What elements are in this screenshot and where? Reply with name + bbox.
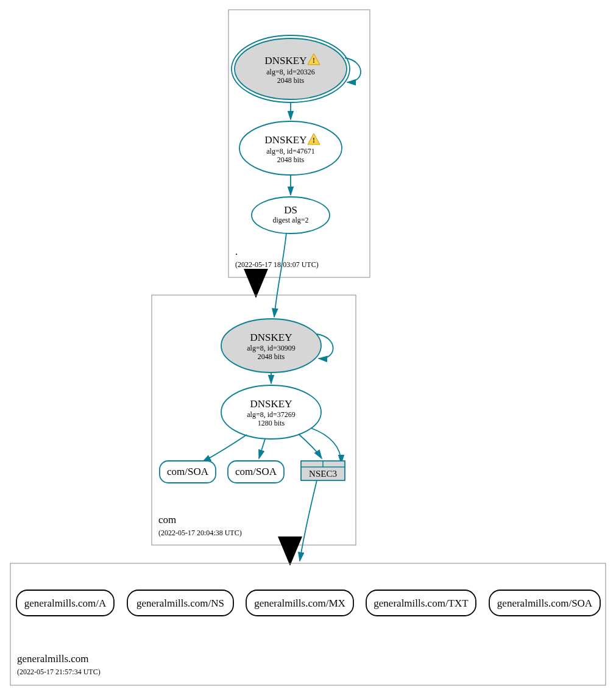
com-soa2-label: com/SOA (235, 466, 277, 477)
svg-text:DNSKEY: DNSKEY (265, 55, 307, 66)
edge-zsk-soa2 (259, 439, 265, 458)
edge-nsec3-leaf (300, 480, 317, 561)
com-zsk-l1: alg=8, id=37269 (247, 410, 296, 419)
com-zsk-l2: 1280 bits (258, 419, 285, 427)
leaf-a-node[interactable]: generalmills.com/A (16, 590, 114, 616)
leaf-a-label: generalmills.com/A (24, 597, 107, 609)
root-ksk-l1: alg=8, id=20326 (266, 68, 315, 76)
edge-zsk-nsec3 (299, 434, 322, 458)
svg-rect-17 (10, 563, 606, 685)
root-zsk-l2: 2048 bits (277, 155, 305, 164)
svg-text:DNSKEY: DNSKEY (265, 134, 307, 146)
dnssec-graph: . (2022-05-17 18:03:07 UTC) DNSKEY ! alg… (0, 0, 616, 695)
com-ksk-l1: alg=8, id=30909 (247, 344, 296, 352)
com-zsk-node[interactable]: DNSKEY alg=8, id=37269 1280 bits (221, 385, 321, 439)
com-soa1-node[interactable]: com/SOA (160, 461, 216, 483)
root-zsk-title: DNSKEY (265, 134, 307, 146)
leaf-ns-node[interactable]: generalmills.com/NS (127, 590, 233, 616)
edge-zsk-nsec3b (311, 428, 341, 463)
zone-root-name: . (235, 246, 238, 257)
leaf-soa-node[interactable]: generalmills.com/SOA (489, 590, 600, 616)
zone-com-ts: (2022-05-17 20:04:38 UTC) (158, 529, 242, 537)
svg-text:!: ! (313, 55, 315, 65)
root-zsk-node[interactable]: DNSKEY ! alg=8, id=47671 2048 bits (239, 121, 342, 175)
zone-leaf: generalmills.com (2022-05-17 21:57:34 UT… (10, 563, 606, 685)
com-zsk-title: DNSKEY (250, 398, 292, 410)
com-ksk-title: DNSKEY (250, 332, 292, 343)
leaf-txt-node[interactable]: generalmills.com/TXT (366, 590, 476, 616)
leaf-ns-label: generalmills.com/NS (136, 597, 224, 609)
leaf-mx-label: generalmills.com/MX (254, 597, 345, 609)
root-ksk-l2: 2048 bits (277, 76, 305, 85)
leaf-mx-node[interactable]: generalmills.com/MX (246, 590, 353, 616)
leaf-soa-label: generalmills.com/SOA (497, 597, 593, 609)
com-nsec3-label: NSEC3 (309, 469, 337, 479)
root-ksk-node[interactable]: DNSKEY ! alg=8, id=20326 2048 bits (232, 35, 350, 102)
com-ksk-node[interactable]: DNSKEY alg=8, id=30909 2048 bits (221, 319, 321, 372)
root-zsk-l1: alg=8, id=47671 (266, 147, 315, 155)
root-ksk-title: DNSKEY (265, 55, 307, 66)
zone-leaf-ts: (2022-05-17 21:57:34 UTC) (17, 668, 101, 676)
root-ds-title: DS (284, 204, 297, 216)
root-ds-l1: digest alg=2 (272, 216, 308, 224)
zone-com-name: com (158, 514, 176, 526)
svg-text:!: ! (313, 135, 315, 144)
zone-leaf-name: generalmills.com (17, 653, 89, 665)
com-ksk-l2: 2048 bits (258, 352, 285, 361)
edge-ds-comksk (274, 233, 286, 317)
zone-root-ts: (2022-05-17 18:03:07 UTC) (235, 260, 319, 269)
com-soa1-label: com/SOA (167, 466, 209, 477)
com-nsec3-node[interactable]: NSEC3 (301, 461, 345, 480)
edge-zsk-soa1 (202, 435, 247, 462)
com-soa2-node[interactable]: com/SOA (228, 461, 284, 483)
leaf-txt-label: generalmills.com/TXT (373, 597, 469, 609)
root-ds-node[interactable]: DS digest alg=2 (252, 197, 330, 233)
